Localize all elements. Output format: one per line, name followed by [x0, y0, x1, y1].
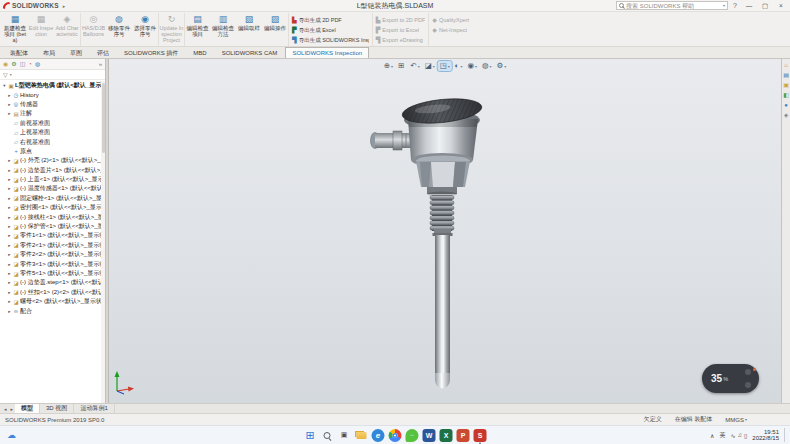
taskbar-icon[interactable]: X — [440, 429, 453, 442]
view-tool-button[interactable]: ◉ ▾ — [465, 61, 479, 71]
ribbon-button[interactable]: ▨ 编辑操作 — [262, 13, 288, 46]
model-hex-nut[interactable] — [416, 156, 470, 188]
tray-icon[interactable]: ▯ — [744, 432, 747, 439]
ribbon-small-button[interactable]: ▛ Export to Excel — [376, 25, 426, 34]
chevron-down-icon[interactable]: ▾ — [475, 64, 477, 69]
view-tab[interactable]: 运动算例1 — [74, 404, 114, 413]
tree-item[interactable]: ▸ ◷ History — [0, 90, 105, 99]
expand-icon[interactable]: ▸ — [7, 168, 12, 173]
chevron-down-icon[interactable]: ▾ — [504, 64, 506, 69]
expand-icon[interactable]: ▸ — [7, 215, 12, 220]
tree-item[interactable]: ▱ 前视基准面 — [0, 119, 105, 128]
status-item[interactable]: 在编辑 装配体 — [675, 415, 714, 424]
ribbon-small-button[interactable]: ▜ 导出生成 SOLIDWORKS Inspection 项目 — [292, 35, 369, 44]
view-tool-button[interactable]: ◪ ▾ — [423, 61, 437, 71]
expand-icon[interactable]: ▸ — [7, 205, 12, 210]
expand-icon[interactable]: ▸ — [7, 299, 12, 304]
search-scope-caret-icon[interactable]: ▾ — [723, 3, 725, 8]
graphics-area[interactable]: ⊕ ▾ ⊞ ↶ ▾ ◪ ▾ ◳ ▾ ◐ ▾ ◉ — [109, 59, 781, 403]
expand-icon[interactable]: ▸ — [7, 271, 12, 276]
task-pane-icon[interactable]: ▣ — [783, 82, 789, 88]
search-box[interactable]: ▾ — [616, 1, 728, 10]
chevron-down-icon[interactable]: ▾ — [490, 64, 492, 69]
tree-item[interactable]: ▸ ◪ 零件2<2> (默认<<默认>_显示状态... — [0, 250, 105, 259]
task-pane-icon[interactable]: ▤ — [783, 72, 789, 78]
taskbar-icon[interactable]: ⊞ — [304, 429, 317, 442]
thermocouple-model[interactable] — [109, 59, 781, 403]
chevron-down-icon[interactable]: ▾ — [433, 64, 435, 69]
expand-icon[interactable]: ▸ — [7, 262, 12, 267]
taskbar-icon[interactable]: ◦◦ — [406, 429, 419, 442]
view-tool-button[interactable]: ↶ ▾ — [408, 61, 421, 71]
tree-item[interactable]: ▸ ◪ (-) 丝扣<1> (2)<2> (默认<<默认>_显... — [0, 288, 105, 297]
model-cable-gland[interactable] — [371, 131, 414, 150]
expand-icon[interactable]: ▸ — [7, 102, 12, 107]
command-tab[interactable]: SOLIDWORKS 插件 — [117, 47, 185, 58]
minimize-button[interactable]: — — [742, 0, 756, 11]
expand-icon[interactable]: ▸ — [7, 290, 12, 295]
expand-icon[interactable]: ▸ — [7, 224, 12, 229]
ribbon-button[interactable]: ▦ Edit Inspection — [28, 13, 54, 46]
taskbar-icon[interactable]: e — [372, 429, 385, 442]
weather-widget-icon[interactable]: ☁ — [7, 431, 16, 440]
taskbar-icon[interactable]: P — [457, 429, 470, 442]
tree-item[interactable]: ▸ ◪ (-) 接线柱<1> (默认<<默认>_显示状... — [0, 212, 105, 221]
model-lower-collar[interactable] — [433, 229, 453, 236]
view-tab[interactable]: 模型 — [15, 404, 40, 413]
view-tab[interactable]: 3D 视图 — [40, 404, 74, 413]
tree-item[interactable]: ▱ 右视基准面 — [0, 137, 105, 146]
command-tab[interactable]: SOLIDWORKS CAM — [215, 47, 285, 58]
panel-tab[interactable]: ◫ — [20, 61, 26, 67]
panel-flyout-icon[interactable]: » — [99, 61, 102, 67]
expand-icon[interactable]: ▾ — [2, 83, 7, 88]
expand-icon[interactable]: ▸ — [7, 177, 12, 182]
ribbon-button[interactable]: ▤ 编辑检查项目 — [184, 13, 210, 46]
help-button[interactable]: ? — [730, 2, 740, 9]
ribbon-button[interactable]: ↻ Update Inspection Project — [158, 13, 184, 46]
close-button[interactable]: × — [774, 0, 788, 11]
tree-item[interactable]: ▾ ▣ L型铠装热电偶 (默认<默认_显示状态-1>) — [0, 81, 105, 90]
tree-item[interactable]: ▸ ◪ (-) 边垫盖片<1> (默认<<默认>_显示... — [0, 166, 105, 175]
model-probe-tip[interactable] — [435, 373, 450, 389]
panel-tab[interactable]: ⚙ — [11, 61, 16, 67]
clock[interactable]: 19:51 2022/8/15 — [752, 429, 779, 442]
panel-tab[interactable]: ◔ — [28, 61, 32, 67]
ribbon-small-button[interactable]: ◆ QualityXpert — [432, 15, 469, 24]
tree-item[interactable]: ▸ ◪ (-) 保护管<1> (默认<<默认>_显示状... — [0, 222, 105, 231]
view-tool-button[interactable]: ⊕ ▾ — [382, 61, 395, 71]
ribbon-button[interactable]: ◎ HAS/DJB Balloons — [80, 13, 106, 46]
taskbar-icon[interactable]: S — [474, 429, 487, 442]
taskbar-icon[interactable] — [389, 429, 402, 442]
command-tab[interactable]: 布局 — [36, 47, 62, 58]
tree-item[interactable]: ▸ ◪ 螺母<2> (默认<<默认>_显示状态... — [0, 297, 105, 306]
filter-icon[interactable]: ▽ — [3, 71, 8, 78]
tree-item[interactable]: ▸ ◪ (-) 温度传感器<1> (默认<<默认>_显... — [0, 184, 105, 193]
view-tool-button[interactable]: ◍ ▾ — [480, 61, 494, 71]
tree-item[interactable]: ▸ ◪ (-) 边垫盖.step<1> (默认<<默认>_显... — [0, 278, 105, 287]
command-tab[interactable]: SOLIDWORKS Inspection — [285, 47, 369, 58]
panel-scrollbar[interactable] — [101, 81, 105, 403]
ribbon-small-button[interactable]: ▜ Export eDrawing — [376, 35, 426, 44]
tree-item[interactable]: ▸ ▤ 注解 — [0, 109, 105, 118]
chevron-down-icon[interactable]: ▾ — [391, 64, 393, 69]
tree-item[interactable]: ▸ ∞ 配合 — [0, 306, 105, 315]
command-tab[interactable]: 装配体 — [3, 47, 35, 58]
tray-expand-icon[interactable]: ∧ — [710, 432, 714, 439]
tree-item[interactable]: ▱ 上视基准面 — [0, 128, 105, 137]
tree-item[interactable]: ▸ ◪ 零件2<1> (默认<<默认>_显示状态... — [0, 241, 105, 250]
tree-item[interactable]: ▸ ◪ 零件3<1> (默认<<默认>_显示状态... — [0, 259, 105, 268]
taskbar-icon[interactable] — [321, 429, 334, 442]
taskbar-icon[interactable] — [355, 429, 368, 442]
tree-item[interactable]: ▸ ◪ 密封圈<1> (默认<<默认>_显示状态... — [0, 203, 105, 212]
tree-item[interactable]: ▸ ◪ 固定螺栓<1> (默认<<默认>_显示状... — [0, 194, 105, 203]
command-tab[interactable]: 草图 — [63, 47, 89, 58]
ribbon-small-button[interactable]: ▛ 导出生成 Excel — [292, 25, 369, 34]
task-pane-icon[interactable]: ● — [784, 102, 788, 108]
menu-expand-icon[interactable]: ▸ — [61, 3, 68, 9]
panel-tab[interactable]: ◉ — [3, 61, 8, 67]
expand-icon[interactable]: ▸ — [7, 280, 12, 285]
expand-icon[interactable]: ▸ — [7, 111, 12, 116]
tree-item[interactable]: ▸ ◪ (-) 外壳 (2)<1> (默认<<默认>_显示状... — [0, 156, 105, 165]
search-input[interactable] — [626, 3, 721, 9]
ribbon-small-button[interactable]: ▙ 导出生成 2D PDF — [292, 15, 369, 24]
